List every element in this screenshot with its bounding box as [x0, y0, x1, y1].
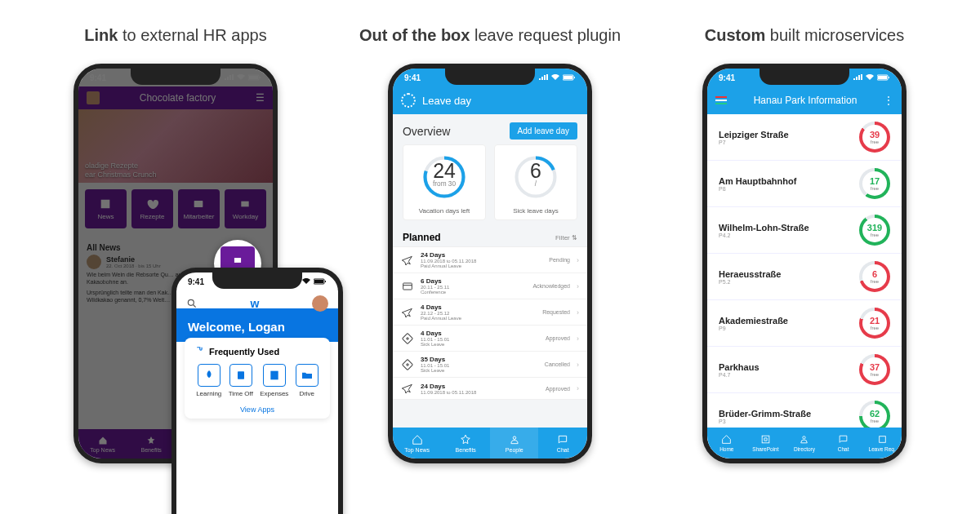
svg-text:6: 6	[530, 160, 541, 182]
svg-rect-31	[762, 436, 769, 443]
vacation-days-card[interactable]: 24 from 30 Vacation days left	[403, 144, 486, 220]
svg-rect-9	[325, 281, 326, 282]
overview-label: Overview	[403, 125, 450, 138]
leave-item[interactable]: 35 Days11.01 - 15.01Sick Leave Cancelled…	[393, 352, 587, 378]
user-avatar[interactable]	[312, 295, 328, 312]
parking-item[interactable]: Leipziger StraßeP7 39free	[707, 114, 902, 161]
svg-point-27	[513, 436, 516, 439]
svg-rect-30	[889, 77, 889, 78]
app-drive[interactable]: Drive	[296, 364, 318, 397]
heading-col2: Out of the box leave request plugin	[359, 24, 621, 46]
app-header: Leave day	[393, 86, 587, 114]
parking-item[interactable]: HeraeusstraßeP5.2 6free	[707, 254, 902, 300]
search-icon[interactable]	[186, 298, 198, 309]
bottom-nav: Home SharePoint Directory Chat Leave Req…	[707, 428, 902, 459]
chevron-right-icon: ›	[577, 282, 579, 290]
workday-icon	[232, 255, 243, 266]
svg-rect-11	[238, 371, 244, 379]
svg-rect-29	[878, 76, 887, 79]
planned-label: Planned	[403, 232, 441, 243]
sick-icon	[401, 358, 414, 371]
svg-point-32	[803, 436, 805, 439]
svg-rect-15	[574, 77, 575, 78]
phone-workday: 9:41 w Welcome, Logan Frequently Used	[172, 268, 343, 514]
chevron-right-icon: ›	[577, 256, 579, 264]
parking-item[interactable]: Wilhelm-Lohn-StraßeP4.2 319free	[707, 207, 902, 254]
nav-sharepoint[interactable]: SharePoint	[746, 428, 786, 459]
bottom-nav: Top News Benefits People Chat	[393, 428, 587, 459]
svg-text:from 30: from 30	[433, 180, 456, 188]
app-expenses[interactable]: Expenses	[260, 364, 288, 397]
filter-button[interactable]: Filter ⇅	[555, 234, 577, 241]
chevron-right-icon: ›	[577, 308, 579, 317]
svg-rect-14	[564, 76, 572, 79]
nav-topnews[interactable]: Top News	[393, 428, 442, 459]
welcome-text: Welcome, Logan	[176, 308, 338, 342]
svg-rect-12	[270, 371, 278, 380]
parking-list: Leipziger StraßeP7 39free Am Hauptbahnho…	[707, 114, 902, 440]
leave-item[interactable]: 4 Days22.12 - 25.12Paid Annual Leave Req…	[393, 299, 587, 326]
nav-directory[interactable]: Directory	[785, 428, 824, 459]
app-header: Hanau Park Information ⋮	[707, 86, 902, 114]
chevron-right-icon: ›	[577, 361, 579, 369]
nav-home[interactable]: Home	[707, 428, 746, 459]
app-title: Hanau Park Information	[754, 95, 858, 106]
parking-item[interactable]: Am HauptbahnhofP8 17free	[707, 161, 902, 207]
heading-col3: Custom built microservices	[705, 24, 905, 46]
parking-item[interactable]: AkademiestraßeP9 21free	[707, 300, 902, 347]
nav-chat[interactable]: Chat	[538, 428, 587, 459]
add-leave-button[interactable]: Add leave day	[510, 122, 577, 140]
planned-list: 24 Days11.09.2018 to 05.11.2018Paid Annu…	[393, 246, 587, 400]
app-title: Leave day	[422, 95, 471, 107]
leave-item[interactable]: 24 Days11.09.2018 to 05.11.2018 Approved…	[393, 378, 587, 400]
svg-rect-6	[234, 258, 241, 263]
svg-rect-33	[879, 436, 885, 443]
nav-leavereq[interactable]: Leave Req.	[862, 428, 902, 459]
phone-leave: 9:41 Leave day Overview Add leave day 24…	[388, 64, 592, 463]
leave-item[interactable]: 24 Days11.09.2018 to 05.11.2018Paid Annu…	[393, 247, 587, 273]
leave-item[interactable]: 4 Days11.01 - 15.01Sick Leave Approved›	[393, 326, 587, 352]
plane-icon	[401, 306, 414, 319]
workday-logo: w	[251, 297, 260, 310]
view-apps-link[interactable]: View Apps	[193, 405, 322, 414]
svg-rect-24	[403, 283, 412, 290]
freq-used-card: Frequently Used Learning Time Off Expens…	[185, 338, 330, 419]
heading-col1: Link to external HR apps	[84, 24, 266, 46]
nav-benefits[interactable]: Benefits	[441, 428, 490, 459]
menu-icon[interactable]	[715, 96, 727, 104]
more-icon[interactable]: ⋮	[884, 95, 893, 106]
svg-point-10	[188, 299, 194, 305]
conf-icon	[401, 280, 414, 293]
plane-icon	[401, 382, 414, 395]
phone-park: 9:41 Hanau Park Information ⋮ Leipziger …	[702, 64, 906, 463]
chevron-right-icon: ›	[577, 384, 579, 392]
chevron-right-icon: ›	[577, 335, 579, 343]
parking-item[interactable]: ParkhausP4.7 37free	[707, 347, 902, 393]
sick-icon	[401, 332, 414, 345]
loading-icon	[401, 93, 416, 108]
sick-days-card[interactable]: 6 / Sick leave days	[494, 144, 577, 220]
nav-people[interactable]: People	[490, 428, 539, 459]
app-timeoff[interactable]: Time Off	[229, 364, 253, 397]
puzzle-icon	[193, 346, 204, 357]
svg-rect-8	[314, 280, 323, 283]
svg-text:24: 24	[433, 160, 456, 182]
plane-icon	[401, 254, 414, 267]
nav-chat[interactable]: Chat	[824, 428, 863, 459]
leave-item[interactable]: 6 Days20.11 - 25.11Conference Acknowledg…	[393, 273, 587, 299]
app-learning[interactable]: Learning	[196, 364, 221, 397]
